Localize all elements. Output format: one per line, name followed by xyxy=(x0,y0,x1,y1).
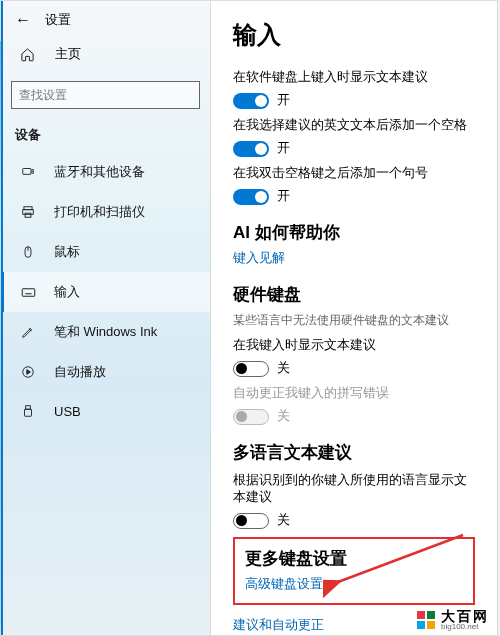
watermark-cn: 大百网 xyxy=(441,609,489,623)
sidebar-item-mouse[interactable]: 鼠标 xyxy=(1,232,210,272)
sidebar-item-bluetooth[interactable]: 蓝牙和其他设备 xyxy=(1,152,210,192)
sidebar-home[interactable]: 主页 xyxy=(1,35,210,73)
more-kb-heading: 更多键盘设置 xyxy=(245,547,463,570)
option-label: 在我键入时显示文本建议 xyxy=(233,337,475,354)
hw-heading: 硬件键盘 xyxy=(233,283,475,306)
search-input[interactable] xyxy=(11,81,200,109)
page-title: 输入 xyxy=(233,19,475,51)
advanced-keyboard-link[interactable]: 高级键盘设置 xyxy=(245,576,463,593)
highlight-box: 更多键盘设置 高级键盘设置 xyxy=(233,537,475,605)
typing-insights-link[interactable]: 键入见解 xyxy=(233,250,475,267)
bluetooth-icon xyxy=(20,164,36,180)
autoplay-icon xyxy=(20,364,36,380)
toggle-state: 关 xyxy=(277,408,290,425)
toggle-add-space[interactable] xyxy=(233,141,269,157)
pen-icon xyxy=(20,324,36,340)
svg-rect-15 xyxy=(25,409,32,416)
home-icon xyxy=(19,46,35,62)
sidebar-item-label: 笔和 Windows Ink xyxy=(54,323,157,341)
toggle-show-suggestions[interactable] xyxy=(233,93,269,109)
toggle-add-period[interactable] xyxy=(233,189,269,205)
toggle-state: 开 xyxy=(277,92,290,109)
watermark-en: big100.net xyxy=(441,623,489,631)
watermark-logo-icon xyxy=(417,611,435,629)
hw-desc: 某些语言中无法使用硬件键盘的文本建议 xyxy=(233,312,475,329)
sidebar-item-printers[interactable]: 打印机和扫描仪 xyxy=(1,192,210,232)
keyboard-icon xyxy=(20,284,36,300)
sidebar-item-pen[interactable]: 笔和 Windows Ink xyxy=(1,312,210,352)
usb-icon xyxy=(20,403,36,419)
sidebar-item-autoplay[interactable]: 自动播放 xyxy=(1,352,210,392)
option-label: 在我双击空格键之后添加一个句号 xyxy=(233,165,475,182)
watermark: 大百网 big100.net xyxy=(417,609,489,631)
settings-title: 设置 xyxy=(45,12,71,29)
toggle-state: 关 xyxy=(277,360,290,377)
sidebar-item-label: 蓝牙和其他设备 xyxy=(54,163,145,181)
svg-rect-7 xyxy=(22,288,35,296)
mouse-icon xyxy=(20,244,36,260)
multilang-heading: 多语言文本建议 xyxy=(233,441,475,464)
toggle-state: 开 xyxy=(277,188,290,205)
toggle-state: 关 xyxy=(277,512,290,529)
home-label: 主页 xyxy=(55,45,81,63)
sidebar-item-usb[interactable]: USB xyxy=(1,392,210,430)
svg-rect-14 xyxy=(26,406,31,410)
ai-heading: AI 如何帮助你 xyxy=(233,221,475,244)
sidebar-item-input[interactable]: 输入 xyxy=(1,272,210,312)
printer-icon xyxy=(20,204,36,220)
toggle-multilang[interactable] xyxy=(233,513,269,529)
option-label: 在我选择建议的英文文本后添加一个空格 xyxy=(233,117,475,134)
option-label: 在软件键盘上键入时显示文本建议 xyxy=(233,69,475,86)
option-label: 根据识别到的你键入所使用的语言显示文本建议 xyxy=(233,472,475,506)
sidebar-item-label: 输入 xyxy=(54,283,80,301)
sidebar-item-label: 打印机和扫描仪 xyxy=(54,203,145,221)
sidebar-item-label: USB xyxy=(54,404,81,419)
svg-rect-1 xyxy=(32,170,33,174)
sidebar-item-label: 自动播放 xyxy=(54,363,106,381)
back-button[interactable]: ← xyxy=(15,11,31,29)
toggle-hw-suggestions[interactable] xyxy=(233,361,269,377)
svg-rect-0 xyxy=(23,169,31,175)
svg-rect-4 xyxy=(25,213,31,217)
sidebar-item-label: 鼠标 xyxy=(54,243,80,261)
option-label-disabled: 自动更正我键入的拼写错误 xyxy=(233,385,475,402)
toggle-state: 开 xyxy=(277,140,290,157)
toggle-hw-autocorrect xyxy=(233,409,269,425)
sidebar-section-devices: 设备 xyxy=(1,123,210,152)
